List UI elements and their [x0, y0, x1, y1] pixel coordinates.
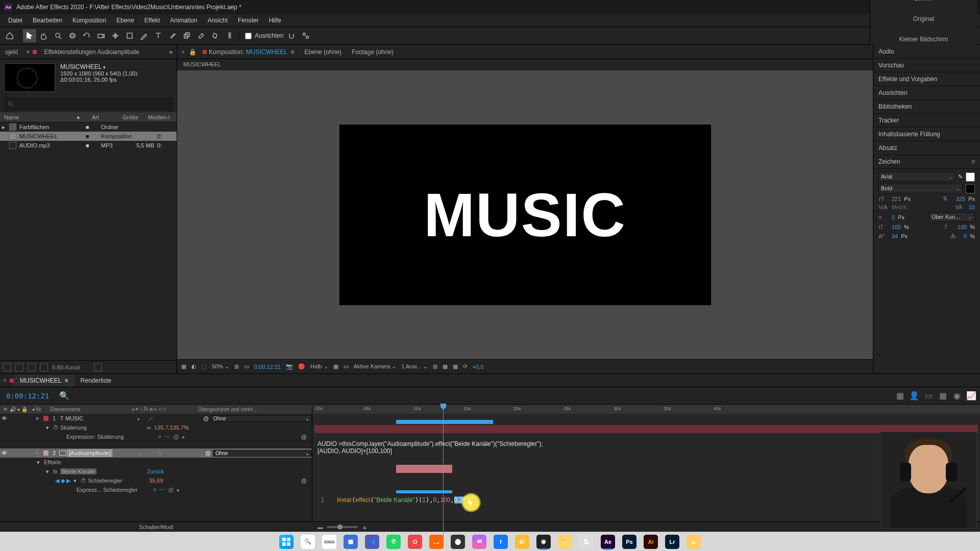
taskbar-taskview[interactable]: ▭▭ [321, 533, 338, 550]
camera-dropdown[interactable]: Aktive Kamera [354, 363, 397, 370]
taskbar-whatsapp[interactable]: ✆ [385, 533, 402, 550]
comp-thumbnail[interactable] [4, 63, 55, 92]
menu-fenster[interactable]: Fenster [233, 15, 264, 26]
3d-icon[interactable]: ▭ [344, 363, 349, 370]
resolution-icon[interactable]: ⊞ [234, 363, 239, 370]
bit-depth[interactable]: 8-Bit-Kanal [52, 364, 80, 370]
font-size-value[interactable]: 221 [892, 196, 901, 202]
trash-icon[interactable] [94, 363, 102, 371]
shy-icon[interactable]: 👤 [910, 391, 919, 400]
snapshot-icon[interactable]: 📷 [286, 363, 293, 370]
menu-ansicht[interactable]: Ansicht [203, 15, 233, 26]
transparency-icon[interactable]: ▦ [333, 363, 338, 370]
font-family-dropdown[interactable]: Arial [878, 172, 955, 182]
comp-breadcrumb[interactable]: MUSICWHEEL [177, 59, 873, 70]
taskbar-aftereffects[interactable]: Ae [599, 533, 617, 550]
pen-tool[interactable] [137, 29, 151, 42]
font-weight-dropdown[interactable]: Bold [878, 184, 963, 193]
twirl-icon[interactable]: ▾ [46, 468, 53, 475]
kerning-value[interactable]: Metrik [892, 204, 907, 210]
new-comp-icon[interactable] [15, 363, 23, 371]
panel-vorschau[interactable]: Vorschau [873, 59, 980, 72]
lock-icon[interactable]: 🔒 [189, 48, 197, 56]
channel-icon[interactable]: 🔴 [298, 363, 305, 370]
panel-audio[interactable]: Audio [873, 45, 980, 59]
property-schieberegler[interactable]: ◀ ◆ ▶ ▾ ⏱ Schieberegler 35,69 @ [0, 476, 312, 485]
panel-absatz[interactable]: Absatz [873, 141, 980, 155]
menu-bearbeiten[interactable]: Bearbeiten [28, 15, 67, 26]
roi-icon[interactable]: ▭ [244, 363, 249, 370]
project-item-audio[interactable]: AUDIO.mp3■MP35,5 MB0: [0, 141, 177, 150]
taskbar-search[interactable]: 🔍 [299, 533, 316, 550]
toggle-switches[interactable]: Schalter/Modi [139, 524, 173, 530]
menu-ebene[interactable]: Ebene [111, 15, 139, 26]
panel-inhaltsbasiert[interactable]: Inhaltsbasierte Füllung [873, 128, 980, 141]
graph-editor-icon[interactable]: 📈 [967, 391, 976, 400]
expr-menu-icon[interactable]: ▸ [182, 434, 185, 440]
taskbar-opera[interactable]: O [406, 533, 424, 550]
taskbar-app2[interactable]: ◐ [513, 533, 531, 550]
workspace-original[interactable]: Original [908, 13, 939, 24]
refresh-icon[interactable]: ⟳ [463, 363, 468, 370]
views-dropdown[interactable]: 1 Ansi... [401, 363, 427, 370]
puppet-tool[interactable] [223, 29, 236, 42]
taskbar-app[interactable]: ⬤ [449, 533, 467, 550]
exposure-value[interactable]: +0,0 [473, 364, 484, 370]
leading-value[interactable]: 325 [956, 196, 965, 202]
twirl-icon[interactable]: ▾ [36, 450, 42, 457]
expr-enable-icon[interactable]: = [158, 434, 161, 440]
expr-graph-icon[interactable]: 〰 [159, 487, 165, 493]
selection-tool[interactable] [23, 29, 36, 42]
fill-color-swatch[interactable] [966, 172, 975, 182]
expr-pickwhip-icon[interactable]: @ [168, 487, 174, 493]
hand-tool[interactable] [37, 29, 51, 42]
rect-tool[interactable] [123, 29, 136, 42]
slider-value[interactable]: 35,69 [149, 478, 163, 484]
expr-enable-icon[interactable]: = [153, 487, 156, 493]
camera-tool[interactable] [94, 29, 108, 42]
rotate-tool[interactable] [80, 29, 93, 42]
zoom-dropdown[interactable]: 50% [212, 363, 229, 370]
panel-collapse-icon[interactable]: » [165, 48, 177, 56]
tab-ebene[interactable]: Ebene (ohne) [300, 47, 346, 57]
work-area-bar[interactable] [396, 420, 493, 424]
playhead[interactable] [443, 405, 444, 537]
safe-icon[interactable]: ▦ [443, 363, 448, 370]
expression-text-2[interactable]: linear(effect("Beide Kanäle")(1),0,100,0… [337, 496, 473, 504]
taskbar-app3[interactable]: ▲ [685, 533, 702, 550]
tab-effect-controls[interactable]: Effekteinstellungen Audioamplitude [39, 46, 144, 58]
parent-dropdown[interactable]: Ohne [213, 450, 312, 457]
fx-enable-icon[interactable]: fx [53, 468, 60, 474]
comp-name-dropdown[interactable]: MUSICWHEEL [60, 63, 137, 70]
tab-komposition[interactable]: Komposition: MUSICWHEEL ≡ [199, 47, 298, 57]
pickwhip-icon[interactable]: @ [203, 415, 209, 421]
workspace-klein[interactable]: Kleiner Bildschirm [894, 34, 953, 45]
scale-value[interactable]: 135,7,135,7 [154, 424, 184, 431]
stopwatch-icon[interactable]: ⏱ [53, 424, 60, 431]
timeline-timecode[interactable]: 0:00:12:21 [0, 392, 55, 400]
comp-mini-icon[interactable]: ▦ [895, 391, 904, 400]
resolution-dropdown[interactable]: Halb [310, 363, 328, 370]
project-settings-icon[interactable] [40, 363, 48, 371]
taskbar-notepad[interactable]: 📄 [578, 533, 595, 550]
motion-blur-icon[interactable]: ◉ [952, 391, 962, 400]
roto-tool[interactable] [209, 29, 222, 42]
keyframe-bar[interactable] [396, 490, 452, 493]
expression-text-1[interactable]: AUDIO =thisComp.layer("Audioamplitude").… [317, 440, 543, 455]
eraser-tool[interactable] [194, 29, 208, 42]
hscale-value[interactable]: 100 [892, 224, 901, 230]
taskbar-explorer[interactable]: 📁 [556, 533, 574, 550]
menu-effekt[interactable]: Effekt [139, 15, 165, 26]
layer-bar-2[interactable] [396, 465, 452, 473]
zoom-tool[interactable] [52, 29, 65, 42]
tab-footage[interactable]: Footage (ohne) [348, 47, 398, 57]
expr-graph-icon[interactable]: 〰 [164, 434, 170, 440]
tab-project-close[interactable]: × [23, 48, 33, 56]
panel-zeichen-header[interactable]: Zeichen≡ [873, 155, 980, 169]
taskbar-lightroom[interactable]: Lr [664, 533, 681, 550]
text-tool[interactable] [152, 29, 165, 42]
visibility-toggle[interactable]: 👁 [0, 450, 8, 456]
home-button[interactable] [3, 29, 16, 42]
timeline-search-icon[interactable]: 🔍 [55, 391, 74, 400]
taskbar-obs[interactable]: ◉ [535, 533, 552, 550]
